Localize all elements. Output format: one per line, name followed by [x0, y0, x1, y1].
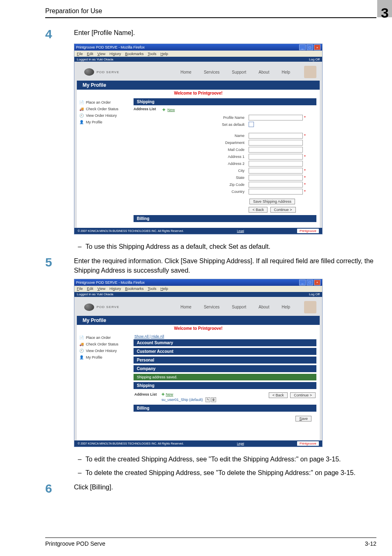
required-star: * [304, 134, 306, 138]
edit-icon[interactable]: ✎ [205, 397, 210, 402]
address1-input[interactable] [249, 154, 303, 160]
required-star: * [304, 116, 306, 120]
continue-button[interactable]: Continue > [290, 392, 316, 398]
continue-button[interactable]: Continue > [270, 207, 296, 213]
paper-icon: 📄 [79, 336, 83, 340]
logoff-link[interactable]: Log Off [309, 58, 320, 61]
field-label-department: Department [162, 141, 249, 145]
sidebar-item-place-order[interactable]: 📄 Place an Order [77, 334, 130, 341]
close-icon[interactable]: × [314, 44, 321, 50]
sidebar-item-my-profile[interactable]: 👤 My Profile [77, 119, 130, 125]
step-number: 4 [45, 28, 74, 40]
sidebar-item-order-history[interactable]: 🕘 View Order History [77, 112, 130, 119]
mailcode-input[interactable] [249, 147, 303, 153]
nav-help[interactable]: Help [281, 70, 290, 74]
menu-bookmarks[interactable]: Bookmarks [125, 287, 143, 291]
sidebar-item-order-history[interactable]: 🕘 View Order History [77, 348, 130, 354]
window-titlebar: Printgroove POD SERVE - Mozilla Firefox … [74, 44, 322, 51]
menu-file[interactable]: File [77, 287, 83, 291]
sidebar-label: Place an Order [86, 336, 111, 340]
logged-in-label: Logged in as Yuki Okada [77, 58, 113, 61]
address2-input[interactable] [249, 161, 303, 167]
address-item[interactable]: su_user01_Ship (default) [161, 398, 203, 402]
account-summary-header[interactable]: Account Summary [134, 339, 316, 346]
state-input[interactable] [249, 175, 303, 181]
set-default-checkbox[interactable] [249, 122, 254, 127]
truck-icon: 🚚 [79, 107, 83, 111]
back-button[interactable]: < Back [249, 207, 267, 213]
menu-history[interactable]: History [109, 287, 121, 291]
logo-icon [84, 303, 94, 311]
nav-services[interactable]: Services [204, 70, 219, 74]
page-title-bar: My Profile [77, 81, 320, 90]
profile-name-input[interactable] [249, 115, 303, 120]
billing-section-header[interactable]: Billing [134, 215, 316, 222]
billing-section-header[interactable]: Billing [134, 405, 316, 412]
address-list-label: Address List [134, 392, 161, 396]
show-hide-all-link[interactable]: Show All | Hide All [134, 334, 316, 339]
menu-edit[interactable]: Edit [87, 287, 94, 291]
avatar [304, 301, 316, 313]
customer-account-header[interactable]: Customer Account [134, 348, 316, 355]
maximize-icon[interactable]: □ [307, 280, 313, 285]
step-text: Click [Billing]. [74, 482, 376, 492]
nav-services[interactable]: Services [204, 305, 219, 309]
menu-help[interactable]: Help [160, 287, 168, 291]
department-input[interactable] [249, 140, 303, 146]
footer-legal-link[interactable]: Legal [237, 229, 244, 232]
new-address-link[interactable]: New [168, 108, 175, 112]
personal-header[interactable]: Personal [134, 357, 316, 364]
logoff-link[interactable]: Log Off [309, 292, 320, 296]
menu-history[interactable]: History [109, 52, 121, 56]
sidebar-item-my-profile[interactable]: 👤 My Profile [77, 354, 130, 361]
menu-tools[interactable]: Tools [148, 287, 156, 291]
footer-brand: Printgroove [297, 441, 319, 446]
dash: – [74, 242, 85, 251]
field-label-mailcode: Mail Code [162, 148, 249, 152]
company-header[interactable]: Company [134, 365, 316, 372]
city-input[interactable] [249, 168, 303, 174]
nav-about[interactable]: About [258, 305, 269, 309]
sidebar-item-check-status[interactable]: 🚚 Check Order Status [77, 341, 130, 348]
shipping-section-header[interactable]: Shipping [134, 382, 316, 389]
menu-bookmarks[interactable]: Bookmarks [125, 52, 143, 56]
nav-about[interactable]: About [258, 70, 269, 74]
minimize-icon[interactable]: _ [299, 44, 306, 50]
bullet-text: To delete the created Shipping Address, … [85, 468, 376, 477]
footer-rule [45, 537, 376, 538]
zip-input[interactable] [249, 182, 303, 188]
required-star: * [304, 155, 306, 159]
save-button[interactable]: Save [295, 416, 311, 422]
field-label-country: Country [162, 190, 249, 194]
menu-help[interactable]: Help [160, 52, 168, 56]
sidebar-item-place-order[interactable]: 📄 Place an Order [77, 99, 130, 106]
step-text: Enter the required information. Click [S… [74, 256, 376, 275]
nav-support[interactable]: Support [232, 70, 246, 74]
minimize-icon[interactable]: _ [299, 280, 306, 285]
field-label-state: State [162, 176, 249, 180]
menu-edit[interactable]: Edit [87, 52, 94, 56]
person-icon: 👤 [79, 120, 83, 124]
sidebar-item-check-status[interactable]: 🚚 Check Order Status [77, 106, 130, 112]
nav-home[interactable]: Home [180, 70, 191, 74]
shipping-section-header[interactable]: Shipping [134, 98, 316, 105]
menu-file[interactable]: File [77, 52, 83, 56]
menu-view[interactable]: View [97, 52, 105, 56]
required-star: * [304, 176, 306, 180]
new-address-link[interactable]: New [166, 392, 173, 396]
nav-support[interactable]: Support [232, 305, 246, 309]
plus-icon: ✚ [161, 392, 165, 396]
name-input[interactable] [249, 133, 303, 139]
maximize-icon[interactable]: □ [307, 44, 313, 50]
menu-tools[interactable]: Tools [148, 52, 156, 56]
country-input[interactable] [249, 189, 303, 195]
nav-home[interactable]: Home [180, 305, 191, 309]
save-shipping-button[interactable]: Save Shipping Address [249, 199, 295, 204]
footer-legal-link[interactable]: Legal [237, 442, 244, 445]
close-icon[interactable]: × [314, 280, 321, 285]
back-button[interactable]: < Back [269, 392, 288, 398]
paper-icon: 📄 [79, 100, 83, 104]
delete-icon[interactable]: 🗑 [211, 397, 216, 402]
nav-help[interactable]: Help [281, 305, 290, 309]
menu-view[interactable]: View [97, 287, 105, 291]
